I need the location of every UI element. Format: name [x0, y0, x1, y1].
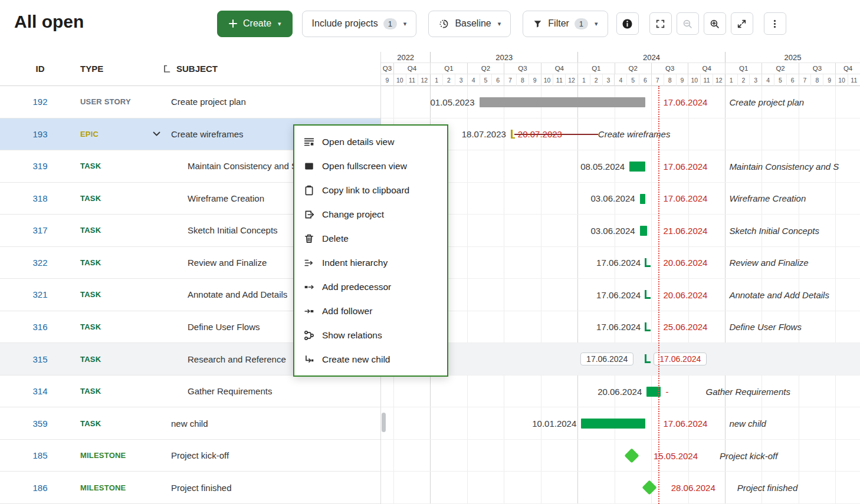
work-package-id-link[interactable]: 316 [0, 322, 80, 332]
gantt-row[interactable]: 17.06.202420.06.2024Annotate and Add Det… [381, 279, 860, 311]
gantt-start-date: 01.05.2023 [430, 97, 474, 107]
work-package-id-link[interactable]: 192 [0, 97, 80, 107]
work-package-id-link[interactable]: 314 [0, 386, 80, 396]
work-package-id-link[interactable]: 185 [0, 450, 80, 460]
gantt-row[interactable]: 10.01.202417.06.2024new child [381, 407, 860, 440]
work-package-id-link[interactable]: 321 [0, 289, 80, 299]
gantt-row[interactable]: 03.06.202417.06.2024Wireframe Creation [381, 183, 860, 215]
gantt-bar[interactable] [480, 97, 646, 107]
filter-button[interactable]: Filter 1 ▾ [523, 11, 608, 37]
gantt-start-date: 17.06.2024 [596, 322, 641, 332]
work-package-id-link[interactable]: 359 [0, 419, 80, 429]
info-button[interactable] [616, 12, 639, 35]
create-button[interactable]: Create ▾ [217, 11, 293, 37]
work-package-type: MILESTONE [80, 483, 163, 492]
work-package-subject[interactable]: new child [163, 419, 380, 429]
timeline-month: 9 [529, 74, 541, 86]
context-menu-item[interactable]: Copy link to clipboard [294, 178, 447, 202]
work-package-subject[interactable]: Gather Requirements [163, 386, 380, 396]
zoom-out-button[interactable] [677, 12, 699, 35]
gantt-subject-label: Project finished [737, 483, 798, 493]
work-package-id-link[interactable]: 193 [0, 129, 80, 139]
work-package-id-link[interactable]: 186 [0, 483, 80, 493]
chevron-down-icon: ▾ [403, 20, 407, 28]
work-package-id-link[interactable]: 322 [0, 258, 80, 268]
context-menu-item[interactable]: Show relations [294, 323, 447, 347]
gantt-start-date: 17.06.2024 [596, 258, 641, 268]
work-package-subject[interactable]: Project finished [163, 483, 380, 493]
fullscreen-toggle-button[interactable] [731, 12, 753, 35]
gantt-end-date: - [665, 386, 668, 396]
context-menu-item[interactable]: Indent hierarchy [294, 251, 447, 275]
context-menu-item[interactable]: Open fullscreen view [294, 154, 447, 178]
column-header-type[interactable]: TYPE [80, 64, 163, 74]
timeline-quarter: Q3 [504, 63, 540, 74]
work-package-type: TASK [80, 355, 163, 364]
gantt-subject-label: Annotate and Add Details [729, 289, 829, 299]
hierarchy-icon[interactable] [163, 65, 171, 73]
gantt-clamp-bar[interactable] [645, 354, 651, 363]
timeline-month: 1 [430, 74, 442, 86]
zoom-in-button[interactable] [704, 12, 726, 35]
milestone-diamond[interactable] [625, 448, 639, 463]
details-icon [304, 137, 314, 147]
gantt-row[interactable]: 17.06.202425.06.2024Define User Flows [381, 311, 860, 344]
context-menu-item[interactable]: Delete [294, 226, 447, 251]
table-row[interactable]: 359TASKnew child [0, 407, 380, 440]
collapse-children-chevron-icon[interactable] [153, 131, 160, 136]
gantt-row[interactable]: 28.06.2024Project finished [381, 472, 860, 504]
work-package-id-link[interactable]: 317 [0, 225, 80, 235]
table-header: ID TYPE SUBJECT [0, 52, 380, 86]
context-menu-item[interactable]: Open details view [294, 130, 447, 154]
table-row[interactable]: 186MILESTONEProject finished [0, 472, 380, 504]
work-package-id-link[interactable]: 319 [0, 161, 80, 171]
column-header-id[interactable]: ID [0, 64, 80, 74]
include-projects-button[interactable]: Include projects 1 ▾ [302, 11, 417, 37]
scrollbar-thumb[interactable] [382, 413, 386, 432]
gantt-row[interactable]: 17.06.202417.06.2024 [381, 343, 860, 375]
zoom-to-fit-button[interactable] [649, 12, 672, 35]
baseline-button[interactable]: Baseline ▾ [428, 11, 511, 37]
work-package-type: MILESTONE [80, 451, 163, 460]
gantt-bar[interactable] [629, 162, 645, 172]
column-header-subject[interactable]: SUBJECT [163, 64, 218, 74]
gantt-bar[interactable] [640, 194, 646, 204]
work-package-subject[interactable]: Project kick-off [163, 450, 380, 460]
timeline-month: 5 [774, 74, 786, 86]
work-package-id-link[interactable]: 315 [0, 354, 80, 364]
milestone-diamond[interactable] [642, 480, 657, 495]
work-package-subject[interactable]: Create project plan [163, 97, 380, 107]
context-menu-item[interactable]: Change project [294, 202, 447, 226]
work-package-id-link[interactable]: 318 [0, 193, 80, 203]
context-menu-item[interactable]: Add predecessor [294, 275, 447, 299]
gantt-row[interactable]: 18.07.202320.07.2023Create wireframes [381, 118, 860, 151]
timeline-month: 7 [504, 74, 516, 86]
gantt-subject-label: new child [729, 419, 766, 429]
fullscreen-icon [304, 161, 314, 172]
gantt-bar[interactable] [581, 419, 645, 429]
gantt-start-date: 18.07.2023 [462, 129, 506, 139]
gantt-row[interactable]: 03.06.202421.06.2024Sketch Initial Conce… [381, 215, 860, 247]
table-row[interactable]: 192USER STORYCreate project plan [0, 86, 380, 118]
more-options-button[interactable] [764, 12, 786, 35]
gantt-row[interactable]: 01.05.202317.06.2024Create project plan [381, 86, 860, 118]
context-menu-item[interactable]: Add follower [294, 299, 447, 323]
gantt-row[interactable]: 15.05.2024Project kick-off [381, 440, 860, 472]
gantt-end-date: 25.06.2024 [663, 322, 707, 332]
timeline-month: 2 [590, 74, 602, 86]
timeline-year: 2023 [430, 52, 577, 62]
gantt-clamp-bar[interactable] [645, 322, 651, 331]
timeline-month: 10 [688, 74, 700, 86]
gantt-bar[interactable] [640, 226, 647, 236]
baseline-label: Baseline [455, 18, 491, 29]
table-row[interactable]: 185MILESTONEProject kick-off [0, 440, 380, 472]
gantt-clamp-bar[interactable] [645, 258, 651, 267]
timeline-month: 12 [565, 74, 577, 86]
gantt-row[interactable]: 20.06.2024-Gather Requirements [381, 375, 860, 408]
timeline-month: 8 [810, 74, 823, 86]
context-menu-item[interactable]: Create new child [294, 347, 447, 371]
gantt-row[interactable]: 08.05.202417.06.2024Maintain Consistency… [381, 150, 860, 183]
table-row[interactable]: 314TASKGather Requirements [0, 375, 380, 408]
gantt-row[interactable]: 17.06.202420.06.2024Review and Finalize [381, 247, 860, 279]
gantt-clamp-bar[interactable] [645, 290, 651, 299]
